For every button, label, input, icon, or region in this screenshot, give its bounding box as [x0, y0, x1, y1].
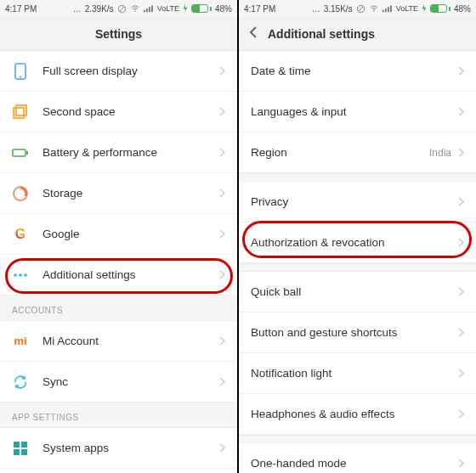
back-icon[interactable]: [249, 26, 258, 41]
chevron-right-icon: [219, 377, 225, 386]
svg-rect-26: [385, 8, 387, 12]
battery-pct: 48%: [215, 4, 232, 14]
charging-icon: [183, 4, 188, 13]
row-button-gesture[interactable]: Button and gesture shortcuts: [239, 313, 476, 353]
row-label: Battery & performance: [42, 146, 219, 159]
row-notification-light[interactable]: Notification light: [239, 353, 476, 394]
svg-line-23: [358, 6, 363, 11]
svg-point-24: [373, 11, 374, 12]
svg-rect-20: [21, 449, 27, 455]
row-mi-account[interactable]: mi Mi Account: [0, 321, 237, 362]
chevron-right-icon: [458, 197, 464, 206]
svg-point-8: [20, 76, 21, 77]
row-label: Region: [251, 146, 429, 159]
status-volte: VoLTE: [396, 4, 418, 13]
row-languages-input[interactable]: Languages & input: [239, 92, 476, 132]
row-installed-apps[interactable]: Installed apps: [0, 469, 237, 473]
svg-rect-10: [14, 108, 24, 118]
svg-point-2: [134, 11, 135, 12]
row-label: Google: [42, 228, 219, 240]
row-label: Full screen display: [42, 65, 219, 77]
svg-point-15: [19, 273, 22, 277]
row-one-handed[interactable]: One-handed mode: [239, 443, 476, 473]
status-speed: 3.15K/s: [324, 4, 353, 14]
svg-rect-18: [21, 442, 27, 448]
chevron-right-icon: [458, 66, 464, 76]
row-label: Languages & input: [251, 105, 458, 118]
battery-perf-icon: [12, 144, 29, 161]
row-privacy[interactable]: Privacy: [239, 182, 476, 222]
row-full-screen-display[interactable]: Full screen display: [0, 51, 237, 92]
second-space-icon: [12, 104, 29, 121]
status-bar: 4:17 PM … 3.15K/s VoLTE 48%: [239, 0, 476, 17]
chevron-right-icon: [458, 238, 464, 247]
chevron-right-icon: [219, 270, 225, 279]
svg-rect-25: [382, 10, 384, 12]
svg-rect-11: [13, 149, 26, 156]
status-time: 4:17 PM: [5, 4, 37, 14]
row-label: One-handed mode: [251, 457, 458, 470]
row-google[interactable]: G Google: [0, 214, 237, 255]
row-additional-settings[interactable]: Additional settings: [0, 255, 237, 296]
battery-icon: [191, 4, 212, 13]
chevron-right-icon: [219, 148, 225, 157]
row-label: Date & time: [251, 65, 458, 77]
battery-pct: 48%: [454, 4, 471, 14]
row-storage[interactable]: Storage: [0, 173, 237, 214]
row-value: India: [429, 147, 451, 159]
svg-point-14: [14, 273, 17, 277]
row-region[interactable]: Region India: [239, 132, 476, 173]
chevron-right-icon: [458, 287, 464, 296]
battery-icon: [430, 4, 450, 13]
row-sync[interactable]: Sync: [0, 362, 237, 403]
more-icon: [12, 267, 29, 284]
chevron-right-icon: [458, 107, 464, 116]
row-label: Mi Account: [42, 335, 219, 347]
phone-icon: [12, 63, 29, 80]
row-label: Storage: [42, 187, 219, 200]
status-time: 4:17 PM: [244, 4, 275, 14]
chevron-right-icon: [458, 459, 464, 468]
section-gap: [239, 263, 476, 272]
row-label: Notification light: [251, 367, 458, 380]
row-label: Additional settings: [42, 268, 219, 281]
svg-rect-6: [151, 5, 153, 12]
row-quick-ball[interactable]: Quick ball: [239, 272, 476, 313]
row-label: Button and gesture shortcuts: [251, 326, 458, 339]
row-date-time[interactable]: Date & time: [239, 51, 476, 92]
section-gap: [239, 435, 476, 443]
svg-point-16: [24, 273, 27, 277]
header-additional-settings: Additional settings: [239, 17, 476, 51]
section-gap: [239, 173, 476, 182]
google-icon: G: [12, 226, 29, 243]
svg-line-1: [119, 6, 124, 11]
row-authorization-revocation[interactable]: Authorization & revocation: [239, 222, 476, 263]
settings-list: Full screen display Second space Battery…: [0, 51, 237, 473]
mi-icon: mi: [12, 333, 29, 350]
svg-rect-12: [26, 151, 28, 155]
page-title: Settings: [95, 27, 142, 41]
status-bar: 4:17 PM … 2.39K/s VoLTE 48%: [0, 0, 237, 17]
chevron-right-icon: [458, 148, 464, 157]
row-label: Authorization & revocation: [251, 236, 458, 249]
chevron-right-icon: [219, 229, 225, 239]
svg-rect-3: [144, 10, 145, 12]
pane-settings: 4:17 PM … 2.39K/s VoLTE 48% Settings Ful…: [0, 0, 237, 473]
row-label: Privacy: [251, 195, 458, 208]
row-second-space[interactable]: Second space: [0, 92, 237, 132]
row-battery-performance[interactable]: Battery & performance: [0, 132, 237, 173]
row-label: Quick ball: [251, 285, 458, 298]
storage-icon: [12, 185, 29, 202]
signal-icon: [144, 4, 154, 13]
row-label: Second space: [42, 105, 219, 118]
svg-rect-17: [14, 442, 20, 448]
svg-rect-4: [146, 8, 148, 12]
signal-icon: [382, 4, 393, 13]
row-system-apps[interactable]: System apps: [0, 428, 237, 469]
row-label: System apps: [42, 442, 219, 454]
chevron-right-icon: [458, 369, 464, 378]
row-label: Headphones & audio effects: [251, 408, 458, 420]
chevron-right-icon: [458, 328, 464, 337]
status-speed: 2.39K/s: [85, 4, 114, 14]
row-headphones-audio[interactable]: Headphones & audio effects: [239, 394, 476, 435]
